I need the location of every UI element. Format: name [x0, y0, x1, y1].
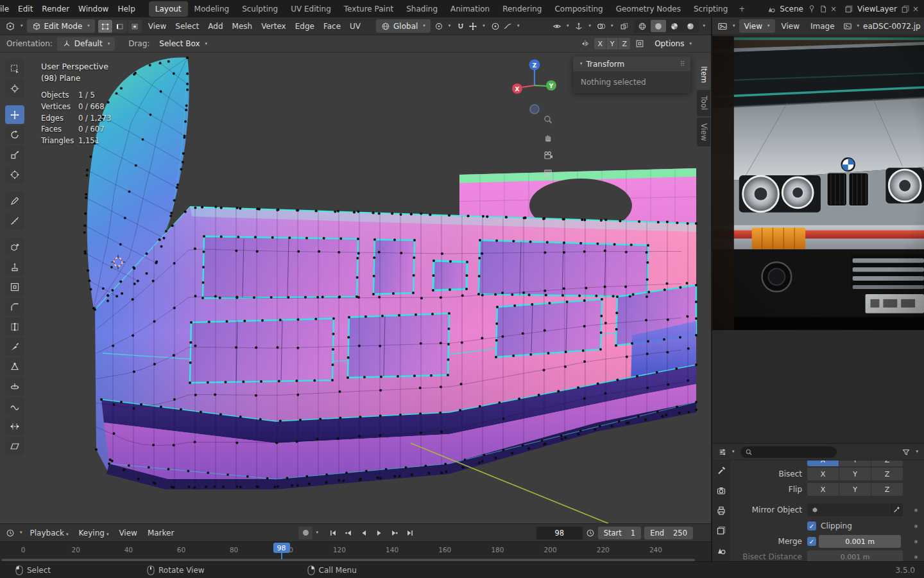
topbar-menu-item[interactable]: Render: [37, 2, 74, 16]
camera-view-icon[interactable]: [543, 150, 553, 161]
editor-type-button[interactable]: ▾: [3, 19, 25, 33]
mirror-x-toggle[interactable]: X: [594, 38, 606, 49]
viewport-3d[interactable]: Z X Y: [0, 53, 711, 523]
tool-smooth[interactable]: [5, 397, 24, 416]
frame-end-field[interactable]: End250: [644, 527, 693, 539]
mirror-z-toggle[interactable]: Z: [619, 38, 630, 49]
tool-transform[interactable]: [5, 165, 24, 184]
visibility-dropdown[interactable]: ▾: [551, 19, 571, 33]
panel-grip-icon[interactable]: ⠿: [680, 60, 685, 67]
tab-viewlayer-icon[interactable]: [716, 525, 726, 536]
jump-to-end-button[interactable]: [403, 527, 417, 539]
decorator-dot[interactable]: [914, 509, 918, 512]
new-viewlayer-icon[interactable]: [901, 4, 910, 13]
mirror-object-field[interactable]: [807, 504, 889, 516]
tool-annotate[interactable]: [5, 191, 24, 210]
workspace-tab[interactable]: Compositing: [548, 1, 609, 17]
tool-inset-faces[interactable]: [5, 277, 24, 296]
workspace-tab[interactable]: Rendering: [496, 1, 548, 17]
merge-checkbox[interactable]: ✓: [807, 537, 816, 546]
keying-dropdown-icon[interactable]: ▾: [316, 530, 318, 535]
gizmos-dropdown[interactable]: ▾: [572, 19, 593, 33]
add-workspace-button[interactable]: +: [734, 2, 749, 16]
workspace-tab[interactable]: Shading: [400, 1, 444, 17]
image-view-menu[interactable]: View: [777, 19, 804, 33]
prev-keyframe-button[interactable]: [341, 527, 355, 539]
jump-to-start-button[interactable]: [326, 527, 340, 539]
eyedropper-button[interactable]: [890, 504, 903, 516]
close-scene-icon[interactable]: ×: [830, 4, 837, 13]
tool-bevel[interactable]: [5, 297, 24, 316]
image-mode-dropdown[interactable]: View▾: [739, 19, 775, 33]
flip-x-button[interactable]: X: [807, 483, 839, 496]
face-select-button[interactable]: [128, 20, 142, 33]
timeline-ruler[interactable]: 020406080100120140160180200220240 98: [0, 541, 711, 559]
tool-measure[interactable]: [5, 211, 24, 230]
orientation-value-dropdown[interactable]: Default▾: [57, 37, 115, 51]
options-dropdown[interactable]: Options▾: [649, 37, 697, 51]
tool-shear[interactable]: [5, 437, 24, 455]
viewport-menu-item[interactable]: Select: [171, 19, 203, 33]
ortho-grid-icon[interactable]: [543, 168, 553, 179]
axis-x-button[interactable]: X: [807, 460, 839, 466]
wireframe-shading-button[interactable]: [635, 20, 650, 32]
next-keyframe-button[interactable]: [388, 527, 402, 539]
viewport-menu-item[interactable]: UV: [345, 19, 365, 33]
workspace-tab[interactable]: Modeling: [188, 1, 236, 17]
clipping-checkbox[interactable]: ✓: [807, 521, 816, 530]
play-reverse-button[interactable]: [357, 527, 371, 539]
image-editor-type-button[interactable]: ▾: [715, 19, 737, 33]
workspace-tab[interactable]: Layout: [149, 1, 188, 17]
axis-z-button[interactable]: Z: [871, 460, 903, 466]
tab-tool-icon[interactable]: [716, 466, 726, 476]
flip-z-button[interactable]: Z: [871, 483, 903, 496]
tab-output-icon[interactable]: [716, 505, 726, 516]
tab-scene-icon[interactable]: [716, 545, 726, 556]
sidebar-tab[interactable]: Item: [697, 60, 710, 89]
mirror-y-toggle[interactable]: Y: [606, 38, 618, 49]
tool-add-cube[interactable]: [5, 238, 24, 256]
orientation-dropdown[interactable]: Global▾: [376, 19, 431, 33]
tool-loop-cut[interactable]: [5, 317, 24, 336]
auto-keying-button[interactable]: [298, 527, 312, 539]
decorator-dot[interactable]: [914, 525, 918, 528]
decorator-dot[interactable]: [914, 556, 918, 559]
bisect-distance-field[interactable]: 0.001 m: [807, 550, 903, 562]
marker-menu[interactable]: Marker: [143, 526, 178, 540]
bisect-z-button[interactable]: Z: [871, 468, 903, 480]
overlays-dropdown[interactable]: ▾: [595, 19, 615, 33]
snap-settings-icon[interactable]: [635, 39, 644, 48]
viewport-menu-item[interactable]: Vertex: [257, 19, 291, 33]
scene-name[interactable]: Scene: [780, 4, 803, 13]
tool-poly-build[interactable]: [5, 357, 24, 376]
topbar-menu-item[interactable]: Edit: [13, 2, 37, 16]
workspace-tab[interactable]: Texture Paint: [338, 1, 400, 17]
tool-extrude[interactable]: [5, 258, 24, 276]
workspace-tab[interactable]: Animation: [444, 1, 496, 17]
viewport-menu-item[interactable]: Add: [203, 19, 227, 33]
pin-icon[interactable]: [807, 4, 816, 13]
image-datablock-button[interactable]: ▾: [841, 19, 862, 33]
tool-scale[interactable]: [5, 145, 24, 164]
vertex-select-button[interactable]: [98, 20, 112, 33]
bisect-y-button[interactable]: Y: [839, 468, 871, 480]
axis-y-button[interactable]: Y: [839, 460, 871, 466]
edge-select-button[interactable]: [113, 20, 127, 33]
tool-move[interactable]: [5, 105, 24, 124]
material-shading-button[interactable]: [667, 20, 682, 32]
properties-editor-type-button[interactable]: ▾: [716, 445, 737, 459]
properties-search-field[interactable]: [740, 446, 837, 458]
workspace-tab[interactable]: Scripting: [687, 1, 734, 17]
workspace-tab[interactable]: Sculpting: [235, 1, 284, 17]
reference-photo[interactable]: [712, 35, 924, 331]
topbar-menu-item[interactable]: Window: [74, 2, 113, 16]
proportional-edit-dropdown[interactable]: ▾: [489, 19, 522, 33]
topbar-menu-item[interactable]: File: [0, 2, 13, 16]
viewlayer-name[interactable]: ViewLayer: [857, 4, 897, 13]
sidebar-tab[interactable]: View: [697, 118, 710, 146]
snap-dropdown[interactable]: ▾: [454, 19, 487, 33]
xray-toggle[interactable]: [617, 20, 632, 33]
tool-select-box[interactable]: [5, 59, 24, 78]
play-button[interactable]: [372, 527, 386, 539]
zoom-icon[interactable]: [543, 114, 553, 125]
